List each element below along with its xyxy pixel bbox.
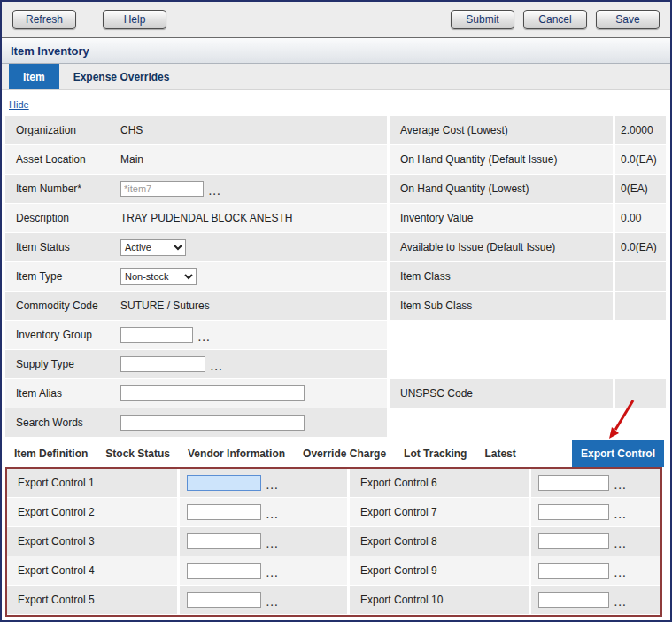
field-value xyxy=(613,262,666,291)
field-label: Export Control 2 xyxy=(7,506,177,518)
field-label: UNSPSC Code xyxy=(390,387,613,400)
subtab-item-definition[interactable]: Item Definition xyxy=(14,440,88,467)
hide-link[interactable]: Hide xyxy=(9,99,29,110)
subtab-stock-status[interactable]: Stock Status xyxy=(105,440,170,467)
subtab-override-charge[interactable]: Override Charge xyxy=(303,440,386,467)
field-label: Export Control 9 xyxy=(350,564,529,577)
field-value: TRAY PUDENDAL BLOCK ANESTH xyxy=(120,212,293,224)
export-control-4-lookup-ellipsis-button[interactable]: ... xyxy=(266,570,279,579)
export-control-5-input[interactable] xyxy=(187,592,261,608)
form-row: Asset Location Main xyxy=(5,145,387,175)
export-control-4-input[interactable] xyxy=(187,563,261,579)
field-label: Inventory Group xyxy=(5,329,120,341)
tab-expense-overrides[interactable]: Expense Overrides xyxy=(59,64,184,89)
form-row: Export Control 3 ... xyxy=(7,527,347,556)
subtab-export-control[interactable]: Export Control xyxy=(572,440,664,467)
form-row: Export Control 9 ... xyxy=(350,556,660,586)
export-control-8-lookup-ellipsis-button[interactable]: ... xyxy=(614,540,627,549)
item-status-select[interactable]: Active xyxy=(120,239,186,256)
export-control-3-input[interactable] xyxy=(187,533,261,549)
inventory-group-input[interactable] xyxy=(120,327,193,343)
help-button[interactable]: Help xyxy=(103,10,166,29)
subtab-latest[interactable]: Latest xyxy=(484,440,515,467)
supply-type-input[interactable] xyxy=(120,356,205,372)
field-label: Description xyxy=(5,212,120,224)
field-label: On Hand Quantity (Lowest) xyxy=(390,183,613,195)
export-control-9-lookup-ellipsis-button[interactable]: ... xyxy=(614,570,627,579)
form-row: Export Control 5 ... xyxy=(7,586,347,615)
subtab-bar: Item Definition Stock Status Vendor Info… xyxy=(5,440,666,467)
export-control-1-input[interactable] xyxy=(187,475,261,491)
form-row: Export Control 4 ... xyxy=(7,556,347,586)
field-label: Available to Issue (Default Issue) xyxy=(390,241,613,253)
form-left-column: Organization CHS Asset Location Main Ite… xyxy=(5,116,390,438)
field-label: Average Cost (Lowest) xyxy=(390,124,613,136)
field-label: On Hand Quantity (Default Issue) xyxy=(390,153,613,166)
supply-type-lookup-ellipsis-button[interactable]: ... xyxy=(211,363,223,372)
export-control-2-lookup-ellipsis-button[interactable]: ... xyxy=(266,511,279,520)
form-row: Item Type Non-stock xyxy=(5,262,387,292)
save-button[interactable]: Save xyxy=(596,10,660,29)
export-control-6-input[interactable] xyxy=(538,475,609,491)
export-control-6-lookup-ellipsis-button[interactable]: ... xyxy=(614,482,627,491)
form-row xyxy=(390,321,666,350)
submit-button[interactable]: Submit xyxy=(451,10,514,29)
item-number-lookup-ellipsis-button[interactable]: ... xyxy=(209,188,221,197)
inventory-group-lookup-ellipsis-button[interactable]: ... xyxy=(198,334,211,343)
field-value xyxy=(613,292,666,320)
form-row: Inventory Value 0.00 xyxy=(390,204,666,233)
main-form: Organization CHS Asset Location Main Ite… xyxy=(5,116,666,438)
field-label: Export Control 6 xyxy=(350,477,529,489)
form-row: Available to Issue (Default Issue) 0.0(E… xyxy=(390,233,666,262)
field-label: Export Control 7 xyxy=(350,506,529,518)
toolbar-left-group: Refresh Help xyxy=(12,10,166,29)
export-control-10-input[interactable] xyxy=(538,592,609,608)
field-value: 0.0(EA) xyxy=(613,145,666,174)
subtab-vendor-information[interactable]: Vendor Information xyxy=(188,440,285,467)
export-control-2-input[interactable] xyxy=(187,504,261,520)
form-row: Export Control 10 ... xyxy=(350,586,660,615)
form-right-column: Average Cost (Lowest) 2.0000 On Hand Qua… xyxy=(390,116,666,438)
field-label: Item Number* xyxy=(5,183,120,195)
export-right-column: Export Control 6 ... Export Control 7 ..… xyxy=(350,469,660,615)
export-left-column: Export Control 1 ... Export Control 2 ..… xyxy=(7,469,350,615)
field-value: Main xyxy=(120,153,143,166)
form-row: Supply Type ... xyxy=(5,350,387,379)
item-type-select[interactable]: Non-stock xyxy=(120,268,197,285)
main-tab-bar: Item Expense Overrides xyxy=(2,64,670,90)
form-row: Inventory Group ... xyxy=(5,321,387,350)
hide-link-row: Hide xyxy=(5,90,662,116)
refresh-button[interactable]: Refresh xyxy=(12,10,76,29)
export-control-7-input[interactable] xyxy=(538,504,609,520)
form-row: Description TRAY PUDENDAL BLOCK ANESTH xyxy=(5,204,387,233)
field-label: Item Sub Class xyxy=(390,299,613,312)
export-control-7-lookup-ellipsis-button[interactable]: ... xyxy=(614,511,627,520)
form-row: Search Words xyxy=(5,408,387,438)
cancel-button[interactable]: Cancel xyxy=(523,10,587,29)
item-alias-input[interactable] xyxy=(120,385,305,401)
field-label: Supply Type xyxy=(5,358,120,370)
export-control-8-input[interactable] xyxy=(538,533,609,549)
field-label: Item Status xyxy=(5,241,120,253)
field-label: Inventory Value xyxy=(390,212,613,224)
form-row: Commodity Code SUTURE / Sutures xyxy=(5,292,387,321)
export-control-5-lookup-ellipsis-button[interactable]: ... xyxy=(266,599,279,608)
field-label: Export Control 4 xyxy=(7,564,177,577)
form-row: Export Control 1 ... xyxy=(7,469,347,498)
export-control-1-lookup-ellipsis-button[interactable]: ... xyxy=(266,482,279,491)
field-label: Export Control 8 xyxy=(350,535,529,548)
export-control-9-input[interactable] xyxy=(538,563,609,579)
export-control-3-lookup-ellipsis-button[interactable]: ... xyxy=(266,540,279,549)
subtab-lot-tracking[interactable]: Lot Tracking xyxy=(404,440,467,467)
search-words-input[interactable] xyxy=(120,415,305,431)
field-label: Export Control 10 xyxy=(350,594,529,606)
item-number-input[interactable] xyxy=(120,181,204,197)
field-label: Search Words xyxy=(5,416,120,429)
export-control-10-lookup-ellipsis-button[interactable]: ... xyxy=(614,599,627,608)
field-value: 0(EA) xyxy=(613,175,666,203)
tab-item[interactable]: Item xyxy=(9,64,59,89)
form-row: Item Sub Class xyxy=(390,292,666,321)
top-toolbar: Refresh Help Submit Cancel Save xyxy=(2,2,670,37)
annotation-arrow-icon xyxy=(599,398,639,442)
field-value: 0.00 xyxy=(613,204,666,232)
